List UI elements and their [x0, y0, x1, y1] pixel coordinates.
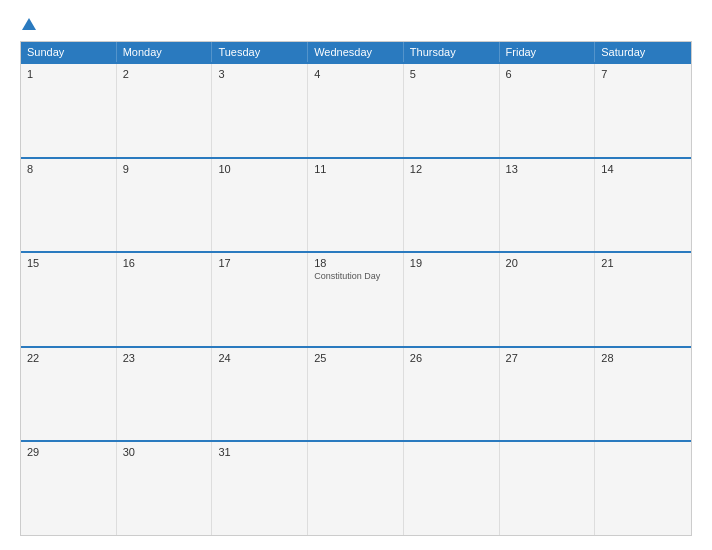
calendar-cell: 2 [117, 64, 213, 157]
logo-blue-text [20, 18, 36, 31]
calendar-cell: 10 [212, 159, 308, 252]
day-number: 29 [27, 446, 110, 458]
holiday-label: Constitution Day [314, 271, 397, 282]
calendar-cell: 27 [500, 348, 596, 441]
calendar-cell: 17 [212, 253, 308, 346]
day-number: 21 [601, 257, 685, 269]
day-number: 13 [506, 163, 589, 175]
weekday-header-cell: Sunday [21, 42, 117, 62]
calendar-cell: 19 [404, 253, 500, 346]
day-number: 4 [314, 68, 397, 80]
day-number: 19 [410, 257, 493, 269]
calendar-cell: 24 [212, 348, 308, 441]
calendar-cell [595, 442, 691, 535]
calendar-cell: 26 [404, 348, 500, 441]
calendar-cell: 7 [595, 64, 691, 157]
day-number: 28 [601, 352, 685, 364]
calendar-cell: 9 [117, 159, 213, 252]
day-number: 22 [27, 352, 110, 364]
calendar-cell: 21 [595, 253, 691, 346]
day-number: 15 [27, 257, 110, 269]
calendar-cell: 5 [404, 64, 500, 157]
calendar-cell: 18Constitution Day [308, 253, 404, 346]
day-number: 9 [123, 163, 206, 175]
calendar-cell: 11 [308, 159, 404, 252]
calendar-cell: 15 [21, 253, 117, 346]
calendar-cell: 4 [308, 64, 404, 157]
day-number: 8 [27, 163, 110, 175]
calendar-cell: 8 [21, 159, 117, 252]
calendar-cell: 16 [117, 253, 213, 346]
day-number: 10 [218, 163, 301, 175]
weekday-header-cell: Saturday [595, 42, 691, 62]
day-number: 1 [27, 68, 110, 80]
day-number: 14 [601, 163, 685, 175]
day-number: 3 [218, 68, 301, 80]
calendar-cell: 13 [500, 159, 596, 252]
calendar-cell: 20 [500, 253, 596, 346]
week-row-4: 22232425262728 [21, 346, 691, 441]
weekday-header-row: SundayMondayTuesdayWednesdayThursdayFrid… [21, 42, 691, 62]
weekday-header-cell: Thursday [404, 42, 500, 62]
day-number: 26 [410, 352, 493, 364]
day-number: 23 [123, 352, 206, 364]
day-number: 27 [506, 352, 589, 364]
calendar-cell: 22 [21, 348, 117, 441]
calendar-cell: 25 [308, 348, 404, 441]
week-row-1: 1234567 [21, 62, 691, 157]
day-number: 16 [123, 257, 206, 269]
calendar-cell: 30 [117, 442, 213, 535]
calendar-cell: 3 [212, 64, 308, 157]
day-number: 24 [218, 352, 301, 364]
calendar-cell: 23 [117, 348, 213, 441]
day-number: 12 [410, 163, 493, 175]
calendar-cell: 29 [21, 442, 117, 535]
logo-triangle-icon [22, 18, 36, 30]
calendar-cell [308, 442, 404, 535]
day-number: 17 [218, 257, 301, 269]
day-number: 31 [218, 446, 301, 458]
day-number: 11 [314, 163, 397, 175]
weekday-header-cell: Tuesday [212, 42, 308, 62]
day-number: 5 [410, 68, 493, 80]
calendar-cell: 31 [212, 442, 308, 535]
day-number: 2 [123, 68, 206, 80]
day-number: 7 [601, 68, 685, 80]
day-number: 30 [123, 446, 206, 458]
day-number: 25 [314, 352, 397, 364]
day-number: 6 [506, 68, 589, 80]
calendar-cell: 1 [21, 64, 117, 157]
calendar-cell [500, 442, 596, 535]
page: SundayMondayTuesdayWednesdayThursdayFrid… [0, 0, 712, 550]
calendar-cell: 6 [500, 64, 596, 157]
calendar-cell: 12 [404, 159, 500, 252]
week-row-2: 891011121314 [21, 157, 691, 252]
weekday-header-cell: Friday [500, 42, 596, 62]
header [20, 18, 692, 31]
weekday-header-cell: Wednesday [308, 42, 404, 62]
weekday-header-cell: Monday [117, 42, 213, 62]
calendar-cell: 14 [595, 159, 691, 252]
day-number: 20 [506, 257, 589, 269]
calendar: SundayMondayTuesdayWednesdayThursdayFrid… [20, 41, 692, 536]
week-row-5: 293031 [21, 440, 691, 535]
logo [20, 18, 36, 31]
calendar-cell [404, 442, 500, 535]
day-number: 18 [314, 257, 397, 269]
week-row-3: 15161718Constitution Day192021 [21, 251, 691, 346]
calendar-cell: 28 [595, 348, 691, 441]
